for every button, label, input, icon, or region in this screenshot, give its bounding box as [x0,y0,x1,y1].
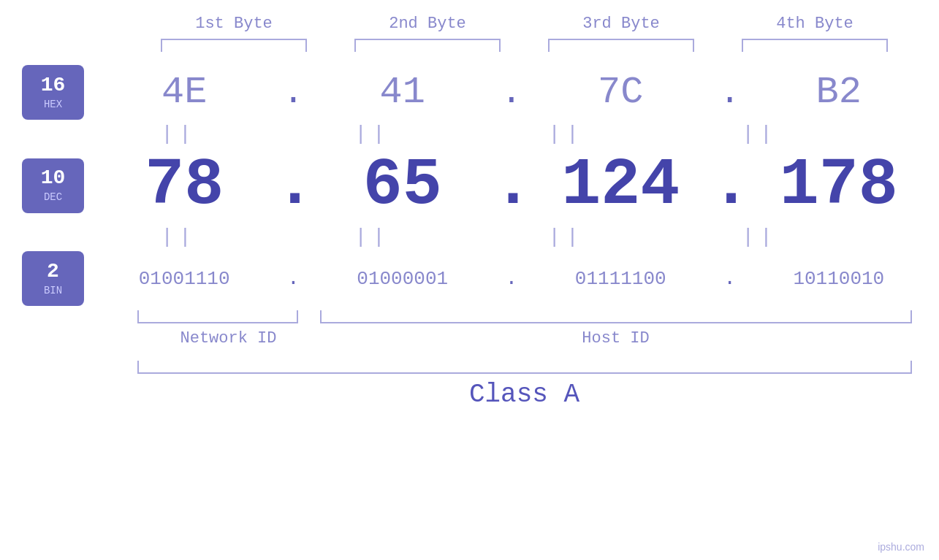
dec-val-1: 78 [104,148,265,223]
equals-row-1: || || || || [83,123,857,145]
dec-badge: 10 DEC [22,158,84,213]
dec-val-4: 178 [759,148,919,223]
equals-1-3: || [486,123,647,145]
equals-1-2: || [292,123,453,145]
hex-row: 16 HEX 4E . 41 . 7C . B2 [0,65,939,120]
bin-badge: 2 BIN [22,251,84,306]
equals-row-2: || || || || [83,226,857,248]
bin-badge-number: 2 [47,261,59,282]
byte4-header: 4th Byte [734,15,895,33]
dot-bin-3: . [712,269,748,289]
bin-val-1: 01001110 [104,268,265,290]
byte2-header: 2nd Byte [347,15,508,33]
dec-row: 10 DEC 78 . 65 . 124 . 178 [0,148,939,223]
dot-dec-1: . [275,148,311,223]
bin-val-4: 10110010 [759,268,919,290]
bracket-top-1 [161,39,307,52]
equals-2-4: || [680,226,840,248]
watermark: ipshu.com [878,541,924,553]
hex-val-4: B2 [759,71,919,114]
class-label: Class A [469,380,579,410]
dot-bin-1: . [275,269,311,289]
dec-values: 78 . 65 . 124 . 178 [84,148,939,223]
id-labels-row: Network ID Host ID [137,329,912,348]
bottom-brackets-row [137,310,912,323]
hex-badge-number: 16 [41,75,66,96]
class-label-row: Class A [137,380,912,410]
bin-val-3: 01111100 [540,268,701,290]
hex-val-1: 4E [104,71,265,114]
dot-dec-3: . [712,148,748,223]
class-bracket-container [137,361,912,374]
dot-hex-1: . [275,75,311,110]
bin-values: 01001110 . 01000001 . 01111100 . 1011001… [84,268,939,290]
host-id-label: Host ID [320,329,912,348]
dot-dec-2: . [493,148,530,223]
hex-values: 4E . 41 . 7C . B2 [84,71,939,114]
top-brackets [137,39,912,52]
bracket-gap [298,310,320,323]
equals-2-3: || [486,226,647,248]
network-id-label: Network ID [137,329,320,348]
equals-1-1: || [99,123,259,145]
hex-badge-label: HEX [44,99,62,110]
byte3-header: 3rd Byte [541,15,702,33]
bracket-top-3 [548,39,694,52]
bin-badge-label: BIN [44,285,62,296]
equals-2-2: || [292,226,453,248]
dot-hex-3: . [712,75,748,110]
bracket-host [320,310,912,323]
hex-val-3: 7C [540,71,701,114]
class-bracket [137,361,912,374]
main-container: 1st Byte 2nd Byte 3rd Byte 4th Byte 16 H… [0,0,939,560]
bin-val-2: 01000001 [322,268,483,290]
byte1-header: 1st Byte [153,15,314,33]
bracket-top-2 [354,39,501,52]
equals-2-1: || [99,226,259,248]
dec-badge-number: 10 [41,168,66,188]
dec-val-3: 124 [540,148,701,223]
dot-bin-2: . [493,269,530,289]
bracket-network [137,310,298,323]
dec-badge-label: DEC [44,191,62,203]
equals-1-4: || [680,123,840,145]
bin-row: 2 BIN 01001110 . 01000001 . 01111100 . 1… [0,251,939,306]
dot-hex-2: . [493,75,530,110]
bracket-top-4 [742,39,888,52]
hex-val-2: 41 [322,71,483,114]
hex-badge: 16 HEX [22,65,84,120]
byte-headers: 1st Byte 2nd Byte 3rd Byte 4th Byte [137,15,912,33]
dec-val-2: 65 [322,148,483,223]
